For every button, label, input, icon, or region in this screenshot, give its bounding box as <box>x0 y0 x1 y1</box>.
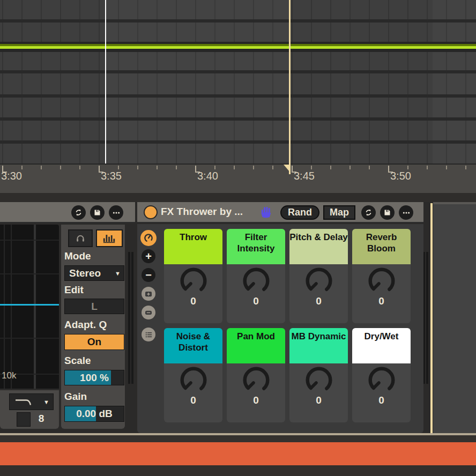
eq-control-panel: Mode Stereo ▼ Edit L Adapt. Q On Scale 1… <box>61 225 125 429</box>
macro-knob[interactable] <box>302 363 336 397</box>
scale-value: 100 % <box>65 370 124 385</box>
macro-value[interactable]: 0 <box>378 295 384 307</box>
store-variation-icon[interactable] <box>142 287 155 301</box>
automation-line[interactable] <box>0 46 476 49</box>
macro-controls-view-icon[interactable] <box>140 230 157 246</box>
band-activator-checkbox[interactable] <box>17 412 31 427</box>
insert-marker-flag[interactable] <box>284 165 289 172</box>
macro-knob[interactable] <box>302 264 336 298</box>
macro-value[interactable]: 0 <box>190 395 196 406</box>
time-ruler[interactable]: 3:30 3:35 3:40 3:45 3:50 <box>0 165 476 193</box>
analyzer-bars-icon <box>102 233 116 243</box>
audition-button[interactable] <box>68 229 93 247</box>
randomize-button[interactable]: Rand <box>280 205 319 220</box>
variation-list-icon[interactable] <box>142 328 155 341</box>
ruler-label: 3:40 <box>197 170 218 182</box>
track-divider <box>0 70 476 73</box>
eq-gridline <box>0 240 59 241</box>
eq-display[interactable]: 10k <box>0 225 59 389</box>
rack-title-bar[interactable]: FX Thrower by ... Rand Map <box>137 202 423 223</box>
ruler-label: 3:30 <box>1 170 22 182</box>
eq-curve-line[interactable] <box>0 304 59 306</box>
scale-slider[interactable]: 100 % <box>64 370 124 385</box>
automation-lane[interactable] <box>0 42 476 52</box>
time-selection-highlight <box>105 0 289 163</box>
macro-knob[interactable] <box>240 363 273 397</box>
empty-device-drop-area[interactable] <box>433 202 476 433</box>
eq-gridline <box>4 225 5 389</box>
macro-title: Pan Mod <box>227 328 285 363</box>
track-divider <box>0 140 476 144</box>
hot-swap-icon[interactable] <box>71 205 86 220</box>
macro-cell: Throw 0 <box>164 229 222 323</box>
macro-knob[interactable] <box>240 264 273 298</box>
ruler-minor-ticks <box>0 166 476 169</box>
macro-title: MB Dynamic <box>289 328 348 363</box>
mode-label: Mode <box>64 250 91 262</box>
spectrum-toggle-button[interactable] <box>96 229 123 247</box>
gain-value: 0.00 dB <box>65 406 124 421</box>
save-preset-icon[interactable] <box>90 205 105 220</box>
device-activator-button[interactable] <box>144 205 158 219</box>
macro-cell: Noise & Distort 0 <box>164 328 222 422</box>
map-mode-button[interactable]: Map <box>323 205 355 220</box>
adapt-q-toggle[interactable]: On <box>64 334 124 350</box>
insert-marker-line <box>289 0 291 174</box>
eq-frequency-label: 10k <box>2 370 16 381</box>
gain-slider[interactable]: 0.00 dB <box>64 406 124 422</box>
macro-knob[interactable] <box>365 363 398 397</box>
adapt-q-value: On <box>65 334 124 349</box>
playhead-line <box>105 0 106 163</box>
macro-title: Pitch & Delay <box>289 229 348 264</box>
macro-knob[interactable] <box>365 264 398 298</box>
remove-macro-icon[interactable]: − <box>142 268 155 282</box>
macro-value[interactable]: 0 <box>316 395 322 406</box>
eq-gridline <box>34 225 36 389</box>
macro-value[interactable]: 0 <box>378 395 384 406</box>
chevron-down-icon: ▼ <box>115 270 121 277</box>
macro-knob[interactable] <box>177 264 210 298</box>
headphones-icon <box>75 233 86 243</box>
macro-cell: Filter Intensity 0 <box>227 229 285 323</box>
gain-label: Gain <box>64 391 87 403</box>
eq-eight-device: 10k ▼ 8 <box>0 202 135 433</box>
macro-title: Dry/Wet <box>352 328 411 363</box>
macro-title: Reverb Bloom <box>352 229 411 264</box>
chain-meter <box>128 252 130 384</box>
macro-value[interactable]: 0 <box>253 295 259 307</box>
macro-title: Throw <box>164 229 222 264</box>
macro-knob[interactable] <box>177 363 210 397</box>
eq-title-bar[interactable] <box>0 202 135 223</box>
more-options-icon[interactable] <box>109 205 123 220</box>
macro-cell: Dry/Wet 0 <box>352 328 411 422</box>
chain-meter <box>426 252 428 384</box>
fx-thrower-rack-device: FX Thrower by ... Rand Map <box>137 202 423 433</box>
device-title: FX Thrower by ... <box>161 206 243 218</box>
macro-cell: Reverb Bloom 0 <box>352 229 411 323</box>
bottom-spacer <box>0 435 476 442</box>
macro-value[interactable]: 0 <box>316 295 322 307</box>
edit-label: Edit <box>64 284 84 296</box>
hot-swap-icon[interactable] <box>361 205 376 220</box>
mode-dropdown[interactable]: Stereo ▼ <box>64 265 124 281</box>
macro-value[interactable]: 0 <box>190 295 196 307</box>
drag-hand-icon <box>260 206 273 221</box>
save-preset-icon[interactable] <box>380 205 395 220</box>
macro-cell: Pitch & Delay 0 <box>289 229 348 323</box>
add-macro-icon[interactable]: + <box>142 249 155 263</box>
ruler-label: 3:35 <box>101 170 122 182</box>
edit-value: L <box>65 299 124 314</box>
adapt-q-label: Adapt. Q <box>64 319 107 331</box>
device-view: 10k ▼ 8 <box>0 202 476 433</box>
macro-value[interactable]: 0 <box>253 395 259 406</box>
track-divider <box>0 117 476 121</box>
recall-variation-icon[interactable] <box>142 306 155 319</box>
more-options-icon[interactable] <box>399 205 413 220</box>
arrangement-track-area[interactable] <box>0 0 476 163</box>
scale-label: Scale <box>64 355 91 367</box>
view-divider <box>0 193 476 202</box>
track-divider <box>0 19 476 23</box>
edit-channel-selector[interactable]: L <box>64 299 124 314</box>
band-number-label: 8 <box>33 413 49 425</box>
filter-type-dropdown[interactable]: ▼ <box>9 393 54 410</box>
